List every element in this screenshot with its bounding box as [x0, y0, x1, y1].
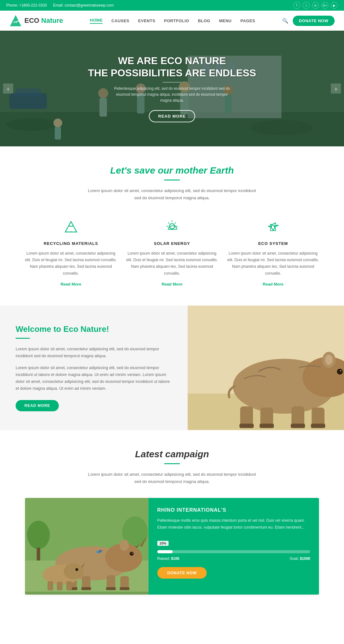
welcome-title: Welcome to Eco Nature!	[16, 324, 172, 334]
save-earth-description: Lorem ipsum dolor sit amet, consectetur …	[86, 187, 258, 202]
solar-icon	[126, 217, 218, 236]
campaign-info: RHINO INTERNATIONAL'S Pellentesque molli…	[149, 498, 319, 595]
svg-point-60	[64, 563, 84, 579]
svg-rect-36	[260, 423, 274, 428]
svg-point-49	[130, 552, 134, 556]
raised-info: Raised: $100	[157, 556, 180, 561]
welcome-image	[188, 306, 344, 430]
phone-info: Phone: +1800-222-3333	[6, 3, 47, 8]
svg-rect-58	[120, 587, 129, 590]
donate-button[interactable]: DONATE NOW	[293, 16, 335, 26]
hero-section: ‹ WE ARE ECO NATURE THE POSSIBILITIES AR…	[0, 31, 344, 146]
email-info: Email: contact@greennaturewp.com	[53, 3, 114, 8]
svg-rect-43	[37, 548, 40, 560]
welcome-para1: Lorem ipsum dolor sit amet, consectetur …	[16, 346, 172, 359]
twitter-icon[interactable]: t	[303, 2, 310, 9]
progress-label-wrap: 10%	[157, 540, 310, 548]
youtube-icon[interactable]: ▶	[331, 2, 338, 9]
svg-point-29	[337, 369, 343, 375]
hero-cta-button[interactable]: READ MORE	[149, 110, 195, 122]
welcome-text: Welcome to Eco Nature! Lorem ipsum dolor…	[0, 306, 188, 430]
svg-rect-33	[291, 406, 304, 426]
recycling-read-more[interactable]: Read More	[60, 282, 81, 287]
logo[interactable]: ECO Nature	[9, 14, 63, 27]
svg-marker-0	[10, 15, 21, 26]
svg-point-30	[340, 370, 341, 372]
svg-rect-64	[66, 581, 72, 591]
feature-recycling: RECYCLING MATERIALS Lorem ipsum dolor si…	[25, 217, 117, 287]
latest-campaign-section: Latest campaign Lorem ipsum dolor sit am…	[0, 430, 344, 607]
googleplus-icon[interactable]: G+	[321, 2, 328, 9]
svg-rect-37	[291, 423, 305, 428]
recycling-title: RECYCLING MATERIALS	[25, 241, 117, 246]
svg-rect-31	[240, 406, 253, 426]
welcome-para2: Lorem ipsum dolor sit amet, consectetur …	[16, 364, 172, 392]
logo-text: ECO Nature	[24, 17, 63, 25]
solar-read-more[interactable]: Read More	[162, 282, 182, 287]
save-earth-title: Let's save our mother Earth	[25, 165, 319, 176]
feature-ecosystem: ECO SYSTEM Lorem ipsum dolor sit amet, c…	[227, 217, 319, 287]
svg-point-66	[99, 550, 101, 552]
progress-bar	[157, 550, 310, 553]
campaign-rhino-svg	[25, 498, 149, 595]
campaign-meta: Raised: $100 Goal: $1000	[157, 556, 310, 561]
campaign-desc: Pellentesque mollis eros quis massa inte…	[157, 517, 310, 531]
nav-causes[interactable]: CAUSES	[111, 18, 129, 23]
campaign-section-desc: Lorem ipsum dolor sit amet, consectetur …	[86, 471, 258, 485]
hero-title: WE ARE ECO NATURE THE POSSIBILITIES ARE …	[88, 55, 256, 79]
welcome-section: Welcome to Eco Nature! Lorem ipsum dolor…	[0, 306, 344, 430]
svg-rect-38	[311, 423, 325, 428]
search-icon[interactable]: 🔍	[282, 18, 288, 24]
campaign-section-title: Latest campaign	[25, 449, 319, 459]
progress-bar-fill	[157, 550, 173, 553]
rhino-image	[188, 306, 344, 430]
nav-blog[interactable]: BLOG	[198, 18, 210, 23]
recycling-desc: Lorem ipsum dolor sit amet, consectetur …	[25, 250, 117, 277]
goal-info: Goal: $1000	[290, 556, 310, 561]
hero-next-button[interactable]: ›	[331, 84, 341, 94]
features-grid: RECYCLING MATERIALS Lorem ipsum dolor si…	[25, 217, 319, 287]
svg-rect-67	[25, 592, 149, 595]
campaign-donate-button[interactable]: DONATE NOW	[157, 567, 207, 579]
svg-rect-63	[57, 582, 63, 590]
hero-divider	[163, 82, 181, 83]
campaign-title: RHINO INTERNATIONAL'S	[157, 507, 310, 513]
solar-title: SOLAR ENERGY	[126, 241, 218, 246]
svg-point-28	[325, 355, 332, 365]
nav-pages[interactable]: PAGES	[240, 18, 255, 23]
svg-rect-56	[81, 587, 91, 590]
linkedin-icon[interactable]: in	[312, 2, 319, 9]
svg-point-42	[27, 521, 50, 549]
campaign-image	[25, 498, 149, 595]
social-links: f t in G+ ▶	[293, 2, 338, 9]
welcome-underline	[16, 338, 30, 339]
welcome-read-more-button[interactable]: READ MORE	[16, 400, 59, 411]
nav-menu[interactable]: MENU	[219, 18, 231, 23]
svg-point-50	[132, 553, 133, 554]
progress-container: 10%	[157, 540, 310, 553]
svg-point-48	[120, 540, 129, 551]
nav-events[interactable]: EVENTS	[138, 18, 155, 23]
svg-point-22	[169, 224, 175, 229]
save-earth-section: Let's save our mother Earth Lorem ipsum …	[0, 146, 344, 306]
feature-solar: SOLAR ENERGY Lorem ipsum dolor sit amet,…	[126, 217, 218, 287]
logo-icon	[9, 14, 22, 27]
campaign-card: RHINO INTERNATIONAL'S Pellentesque molli…	[25, 498, 319, 595]
ecosystem-icon	[227, 217, 319, 236]
svg-point-61	[75, 568, 78, 571]
svg-rect-57	[106, 587, 116, 590]
hero-content: WE ARE ECO NATURE THE POSSIBILITIES ARE …	[88, 55, 256, 122]
facebook-icon[interactable]: f	[293, 2, 300, 9]
nav-portfolio[interactable]: PORTFOLIO	[164, 18, 189, 23]
ecosystem-read-more[interactable]: Read More	[263, 282, 283, 287]
nav-home[interactable]: HOME	[90, 18, 103, 24]
contact-info: Phone: +1800-222-3333 Email: contact@gre…	[6, 3, 114, 8]
progress-percent-label: 10%	[157, 541, 169, 546]
recycling-icon	[25, 217, 117, 236]
save-earth-divider	[164, 180, 180, 180]
ecosystem-title: ECO SYSTEM	[227, 241, 319, 246]
svg-rect-62	[48, 581, 53, 591]
solar-desc: Lorem ipsum dolor sit amet, consectetur …	[126, 250, 218, 277]
hero-prev-button[interactable]: ‹	[3, 84, 13, 94]
header: ECO Nature HOME CAUSES EVENTS PORTFOLIO …	[0, 11, 344, 31]
